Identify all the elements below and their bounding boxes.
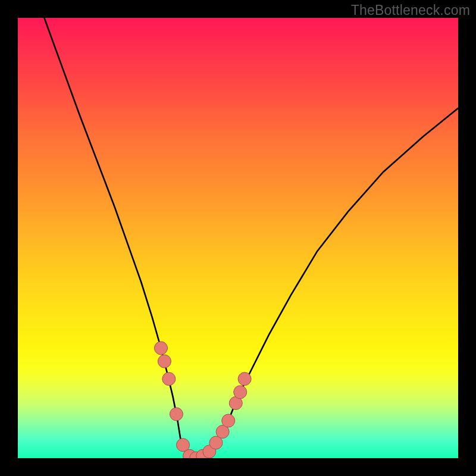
- watermark-text: TheBottleneck.com: [351, 2, 470, 18]
- marker-dot: [162, 372, 176, 386]
- marker-dot: [238, 372, 251, 386]
- marker-dot: [222, 414, 235, 427]
- curve-layer: [18, 18, 458, 458]
- bottleneck-curve: [44, 18, 458, 458]
- plot-area: [18, 18, 458, 458]
- marker-dot: [234, 386, 247, 399]
- chart-stage: TheBottleneck.com: [0, 0, 476, 476]
- marker-dot: [158, 355, 171, 368]
- marker-dot: [170, 408, 183, 421]
- marker-dot: [155, 342, 168, 355]
- marker-group: [155, 342, 252, 458]
